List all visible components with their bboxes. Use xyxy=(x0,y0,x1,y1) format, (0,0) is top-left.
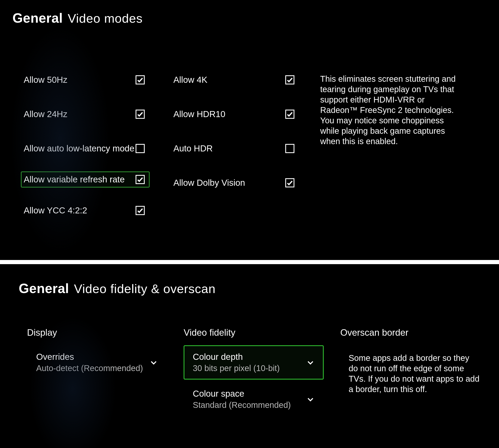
overrides-label: Overrides xyxy=(36,352,143,362)
allow-ycc-row[interactable]: Allow YCC 4:2:2 xyxy=(21,204,150,217)
allow-50hz-row[interactable]: Allow 50Hz xyxy=(21,74,150,86)
overrides-dropdown[interactable]: Overrides Auto-detect (Recommended) xyxy=(27,345,167,380)
video-modes-description-col: This eliminates screen stuttering and te… xyxy=(320,74,462,217)
colour-depth-label: Colour depth xyxy=(193,352,280,362)
breadcrumb-sub: Video fidelity & overscan xyxy=(74,282,216,296)
breadcrumb-main: General xyxy=(13,10,63,26)
auto-hdr-row[interactable]: Auto HDR xyxy=(171,142,299,155)
allow-vrr-label: Allow variable refresh rate xyxy=(24,175,125,184)
video-fidelity-content: Display Overrides Auto-detect (Recommend… xyxy=(19,327,480,419)
allow-vrr-row[interactable]: Allow variable refresh rate xyxy=(21,171,150,188)
colour-depth-dropdown[interactable]: Colour depth 30 bits per pixel (10-bit) xyxy=(184,345,324,380)
video-modes-panel: General Video modes Allow 50Hz Allow 24H… xyxy=(0,0,499,260)
auto-hdr-checkbox[interactable] xyxy=(285,144,295,153)
chevron-down-icon xyxy=(150,358,158,367)
check-icon xyxy=(137,207,144,214)
auto-hdr-label: Auto HDR xyxy=(173,144,213,154)
allow-ycc-checkbox[interactable] xyxy=(136,206,145,215)
fidelity-title: Video fidelity xyxy=(184,327,324,338)
allow-hdr10-label: Allow HDR10 xyxy=(173,109,225,119)
allow-ycc-label: Allow YCC 4:2:2 xyxy=(24,206,87,215)
colour-space-dropdown[interactable]: Colour space Standard (Recommended) xyxy=(184,382,324,416)
colour-depth-value: 30 bits per pixel (10-bit) xyxy=(193,364,280,373)
overrides-value: Auto-detect (Recommended) xyxy=(36,364,143,373)
vrr-description: This eliminates screen stuttering and te… xyxy=(320,74,462,146)
colour-space-value: Standard (Recommended) xyxy=(193,400,291,410)
allow-24hz-checkbox[interactable] xyxy=(136,110,145,119)
allow-allm-checkbox[interactable] xyxy=(136,144,145,153)
breadcrumb-bottom: General Video fidelity & overscan xyxy=(19,281,480,296)
overscan-column: Overscan border Some apps add a border s… xyxy=(340,327,480,419)
check-icon xyxy=(286,179,293,186)
check-icon xyxy=(137,111,144,118)
chevron-down-icon xyxy=(306,358,314,367)
breadcrumb-main: General xyxy=(19,281,69,296)
check-icon xyxy=(137,176,144,183)
breadcrumb-sub: Video modes xyxy=(68,11,143,26)
colour-space-label: Colour space xyxy=(193,389,291,399)
allow-24hz-label: Allow 24Hz xyxy=(24,109,67,119)
overscan-description: Some apps add a border so they do not ru… xyxy=(340,345,480,394)
chevron-down-icon xyxy=(306,395,314,403)
check-icon xyxy=(286,76,293,83)
allow-vrr-checkbox[interactable] xyxy=(136,175,145,184)
display-column: Display Overrides Auto-detect (Recommend… xyxy=(27,327,167,419)
allow-hdr10-row[interactable]: Allow HDR10 xyxy=(171,108,299,120)
overscan-title: Overscan border xyxy=(340,327,480,338)
check-icon xyxy=(286,111,293,118)
allow-24hz-row[interactable]: Allow 24Hz xyxy=(21,108,150,120)
display-title: Display xyxy=(27,327,167,338)
allow-4k-checkbox[interactable] xyxy=(285,75,295,84)
allow-allm-label: Allow auto low-latency mode xyxy=(24,144,134,154)
allow-hdr10-checkbox[interactable] xyxy=(285,110,295,119)
video-modes-col1: Allow 50Hz Allow 24Hz Allow auto low-lat… xyxy=(21,74,150,217)
allow-dolby-row[interactable]: Allow Dolby Vision xyxy=(171,176,299,189)
breadcrumb-top: General Video modes xyxy=(13,10,486,26)
allow-4k-row[interactable]: Allow 4K xyxy=(171,74,299,86)
video-fidelity-panel: General Video fidelity & overscan Displa… xyxy=(0,260,499,444)
video-modes-col2: Allow 4K Allow HDR10 Auto HDR xyxy=(171,74,299,217)
allow-dolby-label: Allow Dolby Vision xyxy=(173,178,245,188)
video-modes-content: Allow 50Hz Allow 24Hz Allow auto low-lat… xyxy=(13,74,486,217)
allow-dolby-checkbox[interactable] xyxy=(285,178,295,187)
allow-50hz-checkbox[interactable] xyxy=(136,75,145,84)
allow-4k-label: Allow 4K xyxy=(173,75,207,85)
allow-allm-row[interactable]: Allow auto low-latency mode xyxy=(21,142,150,155)
fidelity-column: Video fidelity Colour depth 30 bits per … xyxy=(184,327,324,419)
allow-50hz-label: Allow 50Hz xyxy=(24,75,67,85)
check-icon xyxy=(137,76,144,83)
